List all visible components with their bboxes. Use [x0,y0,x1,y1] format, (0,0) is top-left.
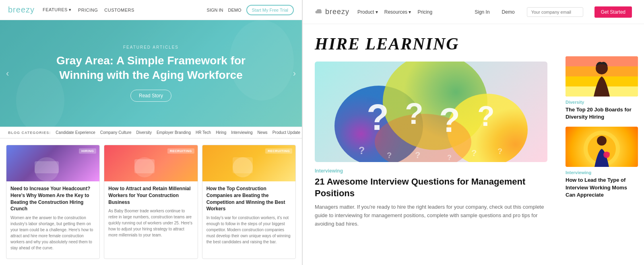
cat-interviewing[interactable]: Interviewing [231,130,252,135]
right-panel: breezy Product ▾ Resources ▾ Pricing Sig… [303,0,644,265]
nav-pricing[interactable]: Pricing [417,9,432,15]
left-logo[interactable]: breezy [8,5,35,14]
left-demo[interactable]: DEMO [228,8,242,12]
hero-prev-arrow[interactable]: ‹ [6,68,9,79]
article-title-2: How the Top Construction Companies are B… [206,185,291,212]
nav-item-pricing[interactable]: PRICING [78,8,98,12]
right-demo[interactable]: Demo [502,9,515,15]
sidebar-cat-1[interactable]: Interviewing [566,170,638,175]
svg-text:?: ? [447,154,452,162]
featured-article-title: 21 Awesome Interview Questions for Manag… [315,176,547,199]
get-started-button[interactable]: Get Started [594,6,632,18]
sidebar-title-0: The Top 20 Job Boards for Diversity Hiri… [566,106,638,121]
left-panel: breezy FEATURES ▾ PRICING CUSTOMERS SIGN… [0,0,302,265]
svg-text:?: ? [359,145,365,156]
blog-main: Hire Learning [303,24,559,265]
featured-image[interactable]: ? ? ? ? ? ? ? ? ? ? [315,62,547,162]
article-body-1: How to Attract and Retain Millennial Wor… [104,181,197,259]
article-img-0: HIRING [6,145,99,181]
article-badge-1: RECRUITING [167,148,194,154]
article-title-0: Need to Increase Your Headcount? Here's … [10,185,95,212]
svg-text:?: ? [471,148,477,158]
nav-resources[interactable]: Resources ▾ [384,9,411,15]
cat-diversity[interactable]: Diversity [136,130,152,135]
left-navbar: breezy FEATURES ▾ PRICING CUSTOMERS SIGN… [0,0,302,20]
hero-featured-label: FEATURED ARTICLES [50,45,252,49]
featured-category[interactable]: Interviewing [315,168,547,174]
article-card-2[interactable]: RECRUITING How the Top Construction Comp… [202,145,296,259]
sidebar-cat-0[interactable]: Diversity [566,100,638,105]
svg-text:?: ? [405,97,423,130]
svg-text:?: ? [477,101,495,132]
categories-label: BLOG CATEGORIES: [8,131,51,135]
cat-news[interactable]: News [258,130,268,135]
svg-text:?: ? [439,101,460,139]
right-content: Hire Learning [303,24,644,265]
breezy-cloud-icon [315,9,323,15]
article-body-2: How the Top Construction Companies are B… [202,181,295,259]
cat-product[interactable]: Product Update [272,130,301,135]
nav-item-features[interactable]: FEATURES ▾ [43,7,72,12]
right-logo-text: breezy [325,8,349,16]
page-title: Hire Learning [315,34,547,53]
article-illustration-0 [6,145,87,181]
sidebar-title-1: How to Lead the Type of Interview Workin… [566,177,638,199]
sidebar-card-0[interactable]: Diversity The Top 20 Job Boards for Dive… [566,56,638,121]
sidebar-img-1 [566,127,638,167]
hero-content: FEATURED ARTICLES Gray Area: A Simple Fr… [50,45,252,102]
hero-section: ‹ FEATURED ARTICLES Gray Area: A Simple … [0,20,302,127]
left-nav-right: SIGN IN DEMO Start My Free Trial [207,5,294,15]
hero-next-arrow[interactable]: › [293,68,296,79]
cat-candidate[interactable]: Candidate Experience [56,130,95,135]
sidebar-card-1[interactable]: Interviewing How to Lead the Type of Int… [566,127,638,199]
articles-grid: HIRING Need to Increase Your Headcount? … [0,139,302,265]
hero-read-button[interactable]: Read Story [130,90,171,102]
blog-sidebar: Diversity The Top 20 Job Boards for Dive… [559,24,644,265]
article-excerpt-2: In today's war for construction workers,… [206,215,291,245]
sidebar-img-0 [566,56,638,97]
right-sign-in[interactable]: Sign In [475,9,489,15]
diversity-illustration [566,56,638,97]
svg-text:?: ? [367,97,389,138]
right-logo[interactable]: breezy [315,8,349,16]
cat-culture[interactable]: Company Culture [100,130,132,135]
nav-item-customers[interactable]: CUSTOMERS [104,8,134,12]
article-title-1: How to Attract and Retain Millennial Wor… [108,185,193,205]
article-img-2: RECRUITING [202,145,295,181]
svg-rect-1 [35,161,59,173]
cat-employer[interactable]: Employer Branding [157,130,191,135]
question-marks-art: ? ? ? ? ? ? ? ? ? ? [315,62,547,162]
article-body-0: Need to Increase Your Headcount? Here's … [6,181,99,259]
svg-point-27 [597,136,607,146]
article-badge-2: RECRUITING [265,148,292,154]
article-badge-0: HIRING [79,148,96,154]
featured-article-excerpt: Managers matter. If you're ready to hire… [315,203,547,228]
left-cta-button[interactable]: Start My Free Trial [246,5,294,15]
article-img-1: RECRUITING [104,145,197,181]
svg-text:?: ? [387,151,392,160]
svg-text:?: ? [415,150,420,160]
article-card-1[interactable]: RECRUITING How to Attract and Retain Mil… [104,145,198,259]
article-excerpt-0: Women are the answer to the construction… [10,215,95,251]
right-nav-links: Product ▾ Resources ▾ Pricing [357,9,432,15]
email-input[interactable] [527,7,583,17]
svg-text:?: ? [497,147,502,156]
svg-rect-5 [233,157,253,173]
nav-product[interactable]: Product ▾ [357,9,378,15]
interview-illustration [566,127,638,167]
categories-bar: BLOG CATEGORIES: Candidate Experience Co… [0,127,302,139]
right-navbar: breezy Product ▾ Resources ▾ Pricing Sig… [303,0,644,24]
article-card-0[interactable]: HIRING Need to Increase Your Headcount? … [6,145,100,259]
article-excerpt-1: As Baby Boomer trade workers continue to… [108,208,193,238]
cat-hrtech[interactable]: HR Tech [196,130,211,135]
cat-hiring[interactable]: Hiring [216,130,226,135]
left-sign-in[interactable]: SIGN IN [207,8,223,12]
svg-rect-3 [134,159,155,173]
hero-title: Gray Area: A Simple Framework for Winnin… [50,53,252,83]
left-nav-links: FEATURES ▾ PRICING CUSTOMERS [43,7,199,12]
